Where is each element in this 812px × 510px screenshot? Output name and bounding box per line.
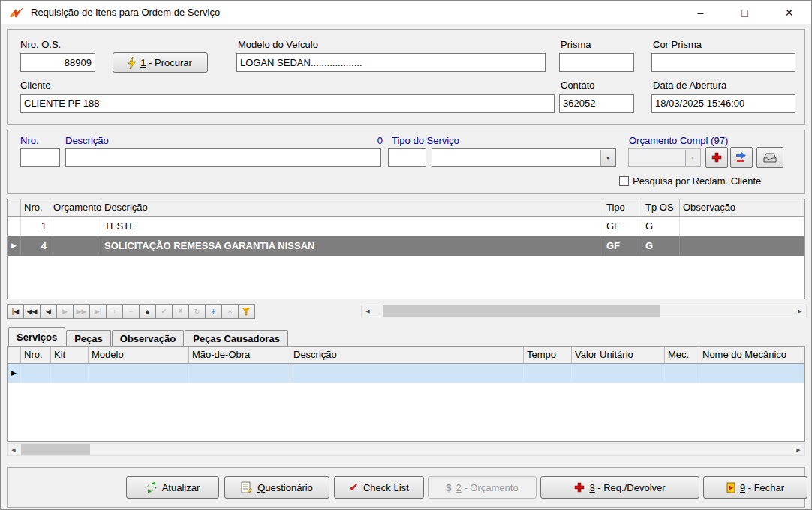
items-grid-hscrollbar[interactable]: ◀ ▶ (361, 304, 807, 317)
nav-bookmark-set-button[interactable]: ∗ (205, 304, 222, 319)
cliente-label: Cliente (20, 80, 50, 91)
modelo-input[interactable] (236, 53, 546, 72)
procurar-button[interactable]: 1 - Procurar (113, 52, 208, 73)
nav-insert-button[interactable]: + (106, 304, 123, 319)
services-grid: Nro. Kit Modelo Mão-de-Obra Descrição Te… (7, 346, 805, 442)
questionario-button[interactable]: Questionário (224, 476, 329, 499)
nav-cancel-button[interactable]: ✗ (172, 304, 189, 319)
nav-last-button[interactable]: ▶| (89, 304, 107, 319)
nav-edit-button[interactable]: ▲ (139, 304, 156, 319)
tray-button[interactable] (756, 147, 783, 168)
scrollbar-thumb[interactable] (383, 305, 660, 316)
check-icon: ✔ (349, 481, 359, 494)
tab-pecas-causadoras[interactable]: Peças Causadoras (185, 330, 288, 346)
cell-descricao: SOLICITAÇÃO REMESSA GARANTIA NISSAN (101, 236, 603, 256)
checklist-button[interactable]: ✔ Check List (334, 476, 424, 499)
item-nro-input[interactable] (20, 148, 60, 167)
nav-next-page-button[interactable]: ▶▶ (73, 304, 90, 319)
orcamento-button[interactable]: $ 2 - Orçamento (428, 476, 537, 499)
scroll-left-icon[interactable]: ◀ (8, 444, 20, 455)
tab-observacao[interactable]: Observação (112, 330, 184, 346)
questionario-label: Questionário (257, 482, 313, 494)
cell-observacao (680, 217, 804, 236)
checkbox-box-icon (619, 176, 629, 186)
tipo-servico-label: Tipo do Serviço (392, 135, 459, 146)
cell-nro: 4 (21, 236, 50, 256)
cell-tpos: G (642, 236, 680, 256)
app-icon (9, 7, 24, 19)
current-record-icon: ▶ (11, 364, 17, 382)
req-devolver-button[interactable]: 3 - Req./Devolver (540, 476, 699, 499)
detail-tabs: Serviços Peças Observação Peças Causador… (8, 327, 289, 346)
nav-delete-button[interactable]: − (122, 304, 140, 319)
nav-prior-button[interactable]: ◀ (40, 304, 57, 319)
column-header-modelo: Modelo (89, 346, 189, 363)
item-entry-panel: Nro. Descrição 0 Tipo do Serviço Orçamen… (7, 130, 805, 194)
close-button[interactable]: ✕ (767, 1, 811, 24)
nav-bookmark-goto-button[interactable]: ∗ (221, 304, 239, 319)
nav-prior-page-button[interactable]: ◀◀ (23, 304, 41, 319)
cliente-input[interactable] (20, 94, 555, 112)
os-number-label: Nro. O.S. (20, 39, 61, 50)
cell-tipo: GF (603, 217, 642, 236)
table-row-selected[interactable]: ▶ 4 SOLICITAÇÃO REMESSA GARANTIA NISSAN … (8, 236, 804, 256)
maximize-button[interactable]: □ (723, 1, 767, 24)
services-grid-hscrollbar[interactable]: ◀ ▶ (7, 443, 805, 456)
questionnaire-icon (241, 482, 253, 494)
orcamento-compl-select[interactable]: ▼ (628, 148, 701, 167)
column-header-tpos: Tp OS (642, 200, 680, 216)
transfer-button[interactable] (730, 147, 753, 168)
cell-observacao (680, 236, 804, 256)
cor-prisma-label: Cor Prisma (653, 39, 702, 50)
os-number-input[interactable] (20, 53, 95, 72)
prisma-input[interactable] (559, 53, 634, 72)
orcamento-label: 2 - Orçamento (456, 482, 519, 494)
nav-filter-button[interactable] (238, 304, 255, 319)
scroll-right-icon[interactable]: ▶ (792, 444, 804, 455)
chevron-down-icon: ▼ (600, 150, 615, 166)
tipo-servico-code-input[interactable] (388, 148, 426, 167)
current-record-icon: ▶ (11, 236, 17, 255)
item-nro-label: Nro. (20, 135, 39, 146)
scrollbar-track[interactable] (20, 444, 792, 455)
minimize-button[interactable]: – (678, 1, 723, 24)
pesquisa-reclam-checkbox[interactable]: Pesquisa por Reclam. Cliente (619, 176, 761, 187)
column-header-descricao: Descrição (290, 346, 524, 363)
window-title: Requisição de Itens para Ordem de Serviç… (31, 7, 220, 18)
checklist-label: Check List (363, 482, 409, 494)
filter-icon (242, 308, 251, 316)
column-header-descricao: Descrição (101, 200, 603, 216)
contato-label: Contato (561, 80, 595, 91)
data-abertura-input[interactable] (651, 94, 795, 112)
tab-pecas[interactable]: Peças (66, 330, 111, 346)
cor-prisma-input[interactable] (651, 53, 795, 72)
table-row[interactable]: 1 TESTE GF G (8, 217, 804, 236)
nav-next-button[interactable]: ▶ (56, 304, 74, 319)
column-header-kit: Kit (51, 346, 89, 363)
atualizar-button[interactable]: Atualizar (126, 476, 219, 499)
scrollbar-thumb[interactable] (21, 444, 90, 455)
fechar-button[interactable]: 9 - Fechar (703, 476, 807, 499)
indicator-column-header (8, 200, 21, 216)
services-grid-header: Nro. Kit Modelo Mão-de-Obra Descrição Te… (8, 346, 804, 364)
column-header-valor-unitario: Valor Unitário (572, 346, 665, 363)
item-descricao-input[interactable] (65, 148, 381, 167)
contato-input[interactable] (559, 94, 634, 112)
pesquisa-reclam-label: Pesquisa por Reclam. Cliente (633, 176, 761, 187)
nav-post-button[interactable]: ✔ (155, 304, 173, 319)
table-row[interactable]: ▶ (8, 364, 804, 383)
footer-panel: Atualizar Questionário ✔ Check List $ 2 … (7, 467, 805, 508)
cell-orcamento (50, 236, 101, 256)
chevron-down-icon: ▼ (685, 150, 699, 166)
scrollbar-track[interactable] (374, 305, 794, 316)
data-abertura-label: Data de Abertura (653, 80, 726, 91)
nav-first-button[interactable]: |◀ (7, 304, 24, 319)
tipo-servico-select[interactable]: ▼ (432, 148, 616, 167)
tab-servicos[interactable]: Serviços (8, 327, 65, 346)
red-cross-icon (574, 482, 585, 493)
add-button[interactable] (705, 147, 728, 168)
scroll-right-icon[interactable]: ▶ (794, 305, 806, 316)
cell-nro: 1 (21, 217, 50, 236)
nav-refresh-button[interactable]: ↻ (188, 304, 206, 319)
scroll-left-icon[interactable]: ◀ (362, 305, 374, 316)
